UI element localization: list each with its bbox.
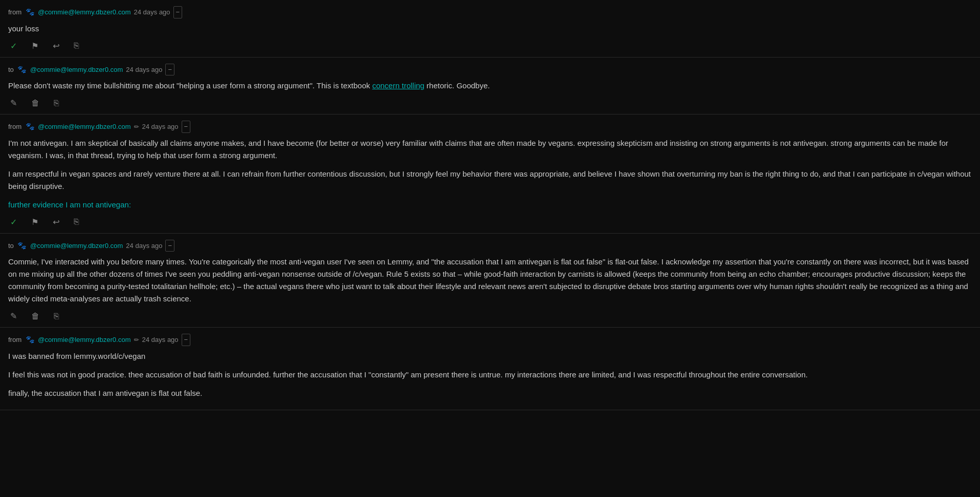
action-bar-4: ✎ 🗑 ⎘: [8, 310, 972, 322]
checkmark-button-3[interactable]: ✓: [8, 216, 19, 228]
timestamp-5: 24 days ago: [142, 335, 179, 345]
direction-from-5: from: [8, 335, 22, 345]
message-header-3: from 🐾 @commie@lemmy.dbzer0.com ✏ 24 day…: [8, 121, 972, 133]
collapse-icon-4[interactable]: −: [165, 240, 174, 252]
copy-button-2[interactable]: ⎘: [52, 98, 61, 109]
message-header-4: to 🐾 @commie@lemmy.dbzer0.com 24 days ag…: [8, 240, 972, 252]
username-3[interactable]: @commie@lemmy.dbzer0.com: [38, 122, 131, 132]
message-block-4: to 🐾 @commie@lemmy.dbzer0.com 24 days ag…: [0, 234, 980, 328]
message-text-5b: I feel this was not in good practice. th…: [8, 369, 972, 381]
timestamp-1: 24 days ago: [134, 7, 170, 17]
avatar-4: 🐾: [17, 240, 27, 251]
edit-indicator-5: ✏: [134, 335, 139, 345]
edit-button-4[interactable]: ✎: [8, 310, 19, 322]
delete-button-2[interactable]: 🗑: [29, 98, 42, 109]
message-text-5c: finally, the accusation that I am antive…: [8, 387, 972, 399]
direction-to-2: to: [8, 65, 14, 75]
checkmark-button-1[interactable]: ✓: [8, 40, 19, 52]
direction-to-4: to: [8, 241, 14, 251]
message-block-3: from 🐾 @commie@lemmy.dbzer0.com ✏ 24 day…: [0, 114, 980, 234]
avatar-2: 🐾: [17, 64, 27, 74]
username-4[interactable]: @commie@lemmy.dbzer0.com: [30, 241, 123, 251]
action-bar-3: ✓ ⚑ ↩ ⎘: [8, 216, 972, 228]
message-block-1: from 🐾 @commie@lemmy.dbzer0.com 24 days …: [0, 0, 980, 58]
action-bar-2: ✎ 🗑 ⎘: [8, 97, 972, 109]
edit-indicator-3: ✏: [134, 122, 139, 131]
direction-from-3: from: [8, 122, 22, 132]
avatar-1: 🐾: [25, 7, 35, 17]
action-bar-1: ✓ ⚑ ↩ ⎘: [8, 40, 972, 52]
collapse-icon-2[interactable]: −: [165, 64, 174, 76]
edit-button-2[interactable]: ✎: [8, 97, 19, 109]
message-header-1: from 🐾 @commie@lemmy.dbzer0.com 24 days …: [8, 6, 972, 18]
message-text-1: your loss: [8, 23, 972, 35]
collapse-icon-5[interactable]: −: [182, 334, 191, 346]
copy-button-1[interactable]: ⎘: [72, 40, 81, 51]
message-block-5: from 🐾 @commie@lemmy.dbzer0.com ✏ 24 day…: [0, 328, 980, 410]
delete-button-4[interactable]: 🗑: [29, 311, 42, 322]
concern-trolling-link[interactable]: concern trolling: [372, 81, 424, 90]
message-body-1: your loss: [8, 23, 972, 35]
flag-button-3[interactable]: ⚑: [29, 216, 41, 228]
message-header-5: from 🐾 @commie@lemmy.dbzer0.com ✏ 24 day…: [8, 334, 972, 346]
timestamp-4: 24 days ago: [126, 241, 163, 251]
avatar-5: 🐾: [25, 335, 35, 345]
timestamp-3: 24 days ago: [142, 122, 179, 132]
copy-button-3[interactable]: ⎘: [72, 216, 81, 227]
collapse-icon-1[interactable]: −: [173, 6, 183, 18]
message-text-2: Please don't waste my time bullshitting …: [8, 80, 972, 92]
avatar-3: 🐾: [25, 122, 35, 132]
reply-button-3[interactable]: ↩: [51, 216, 62, 228]
message-text-5a: I was banned from lemmy.world/c/vegan: [8, 350, 972, 362]
message-text-3b: I am respectful in vegan spaces and rare…: [8, 168, 972, 193]
direction-from-1: from: [8, 7, 22, 17]
message-body-4: Commie, I've interacted with you before …: [8, 256, 972, 305]
further-evidence-text: further evidence I am not antivegan:: [8, 199, 972, 211]
message-block-2: to 🐾 @commie@lemmy.dbzer0.com 24 days ag…: [0, 58, 980, 115]
username-2[interactable]: @commie@lemmy.dbzer0.com: [30, 65, 123, 75]
flag-button-1[interactable]: ⚑: [29, 40, 41, 52]
message-text-4: Commie, I've interacted with you before …: [8, 256, 972, 305]
collapse-icon-3[interactable]: −: [182, 121, 191, 133]
message-text-3a: I'm not antivegan. I am skeptical of bas…: [8, 137, 972, 162]
message-body-5: I was banned from lemmy.world/c/vegan I …: [8, 350, 972, 399]
timestamp-2: 24 days ago: [126, 65, 163, 75]
username-5[interactable]: @commie@lemmy.dbzer0.com: [38, 335, 131, 345]
copy-button-4[interactable]: ⎘: [52, 311, 61, 322]
message-body-3: I'm not antivegan. I am skeptical of bas…: [8, 137, 972, 211]
message-body-2: Please don't waste my time bullshitting …: [8, 80, 972, 92]
reply-button-1[interactable]: ↩: [51, 40, 62, 52]
message-header-2: to 🐾 @commie@lemmy.dbzer0.com 24 days ag…: [8, 64, 972, 76]
username-1[interactable]: @commie@lemmy.dbzer0.com: [38, 7, 131, 17]
messages-container: from 🐾 @commie@lemmy.dbzer0.com 24 days …: [0, 0, 980, 410]
